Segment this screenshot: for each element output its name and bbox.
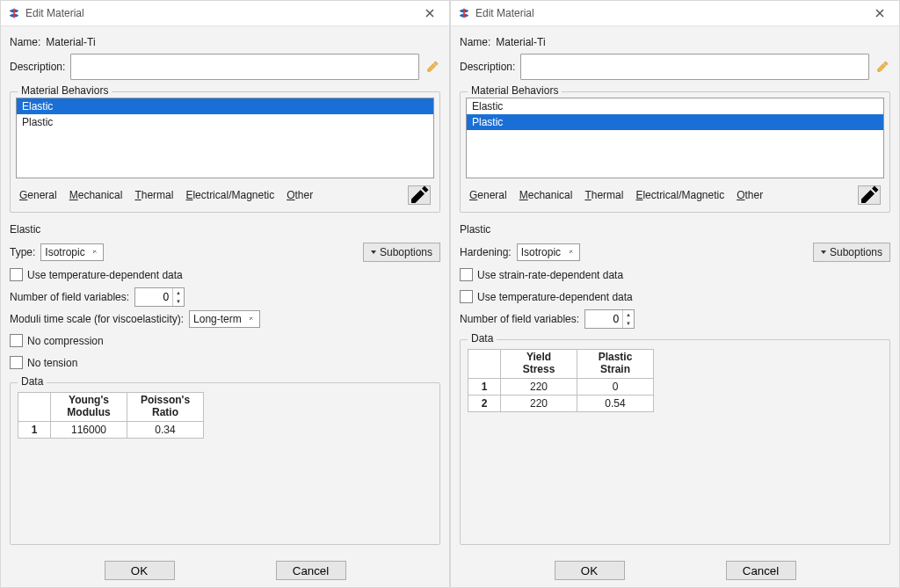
spinbox-input[interactable] [135,288,172,306]
spin-down-icon[interactable]: ▼ [173,297,184,306]
checkbox-label: Use temperature-dependent data [477,291,633,303]
row-number: 2 [468,395,501,411]
data-legend: Data [18,375,47,388]
description-label: Description: [460,61,515,73]
checkbox-label: Use temperature-dependent data [27,269,183,281]
edit-description-icon[interactable] [875,59,890,75]
field-label: Moduli time scale (for viscoelasticity): [10,313,184,325]
checkbox[interactable]: Use strain-rate-dependent data [460,268,623,281]
checkbox-label: No tension [27,357,77,369]
section-heading: Elastic [10,223,440,236]
checkbox[interactable]: Use temperature-dependent data [10,268,183,281]
description-input[interactable] [70,54,419,80]
description-label: Description: [10,61,65,73]
menu-other[interactable]: Other [287,189,313,201]
combo-modulitimescaleforviscoelasticity[interactable]: Long-term [189,310,260,328]
dialog-body: Name:Material-TiDescription:Material Beh… [451,26,899,554]
edit-behavior-icon[interactable] [858,185,881,205]
behavior-item[interactable]: Plastic [467,114,883,130]
behavior-menu: GeneralMechanicalThermalElectrical/Magne… [16,184,434,207]
cell[interactable]: 220 [501,395,577,411]
app-icon [458,7,470,19]
behavior-item[interactable]: Elastic [467,98,883,114]
spin-up-icon[interactable]: ▲ [623,310,634,319]
menu-mechanical[interactable]: Mechanical [69,189,123,201]
checkbox[interactable]: No tension [10,356,77,369]
checkbox-box[interactable] [460,268,473,281]
checkbox-label: No compression [27,335,104,347]
menu-general[interactable]: General [469,189,507,201]
close-icon[interactable] [867,4,892,22]
close-icon[interactable] [417,4,442,22]
cell[interactable]: 0.34 [127,421,204,438]
column-header: Young'sModulus [51,393,127,422]
material-behaviors-legend: Material Behaviors [468,84,562,97]
description-input[interactable] [520,54,869,80]
table-row[interactable]: 22200.54 [468,395,654,411]
behaviors-list[interactable]: ElasticPlastic [16,98,434,178]
data-table[interactable]: Young'sModulusPoisson'sRatio11160000.34 [18,392,204,439]
menu-thermal[interactable]: Thermal [134,189,173,201]
table-row[interactable]: 12200 [468,378,654,395]
spinbox-input[interactable] [585,310,622,328]
behavior-menu: GeneralMechanicalThermalElectrical/Magne… [466,184,884,207]
behaviors-list[interactable]: ElasticPlastic [466,98,884,178]
menu-electricalmagnetic[interactable]: Electrical/Magnetic [635,189,724,201]
checkbox-box[interactable] [460,290,473,303]
dialog-body: Name:Material-TiDescription:Material Beh… [1,26,449,554]
data-table[interactable]: YieldStressPlasticStrain1220022200.54 [468,349,654,412]
triangle-down-icon [821,250,826,254]
data-group: DataYieldStressPlasticStrain1220022200.5… [460,339,890,545]
menu-mechanical[interactable]: Mechanical [519,189,573,201]
checkbox[interactable]: Use temperature-dependent data [460,290,633,303]
app-icon [8,7,20,19]
window-title: Edit Material [475,7,867,19]
edit-material-dialog: Edit MaterialName:Material-TiDescription… [450,0,900,588]
checkbox-box[interactable] [10,334,23,347]
field-label: Number of field variables: [10,291,129,303]
row-number: 1 [468,378,501,395]
spinbox[interactable]: ▲▼ [584,309,635,329]
suboptions-button[interactable]: Suboptions [813,243,890,262]
cancel-button[interactable]: Cancel [726,561,796,580]
spinbox[interactable]: ▲▼ [134,287,185,307]
column-header: Poisson'sRatio [127,393,204,422]
titlebar: Edit Material [451,1,899,26]
checkbox[interactable]: No compression [10,334,104,347]
combo-hardening[interactable]: Isotropic [517,243,580,261]
cell[interactable]: 0.54 [577,395,654,411]
section-controls: Hardening:IsotropicSuboptionsUse strain-… [460,239,890,332]
edit-description-icon[interactable] [425,59,440,75]
menu-electricalmagnetic[interactable]: Electrical/Magnetic [185,189,274,201]
combo-type[interactable]: Isotropic [40,243,104,261]
cell[interactable]: 116000 [51,421,127,438]
material-behaviors-group: Material BehaviorsElasticPlasticGeneralM… [460,91,890,213]
suboptions-button[interactable]: Suboptions [363,243,440,262]
spin-down-icon[interactable]: ▼ [623,319,634,328]
data-group: DataYoung'sModulusPoisson'sRatio11160000… [10,382,440,545]
ok-button[interactable]: OK [105,561,175,580]
name-label: Name: [460,36,490,48]
menu-other[interactable]: Other [737,189,763,201]
ok-button[interactable]: OK [555,561,625,580]
cell[interactable]: 0 [577,378,654,395]
cancel-button[interactable]: Cancel [276,561,346,580]
checkbox-box[interactable] [10,356,23,369]
field-label: Hardening: [460,246,512,258]
edit-behavior-icon[interactable] [408,185,431,205]
button-bar: OKCancel [451,554,899,587]
material-behaviors-legend: Material Behaviors [18,84,112,97]
behavior-item[interactable]: Plastic [17,114,433,130]
menu-thermal[interactable]: Thermal [584,189,623,201]
name-label: Name: [10,36,40,48]
behavior-item[interactable]: Elastic [17,98,433,114]
spin-up-icon[interactable]: ▲ [173,288,184,297]
table-row[interactable]: 11160000.34 [18,421,204,438]
field-label: Type: [10,246,35,258]
svg-rect-1 [463,9,465,18]
row-number: 1 [18,421,51,438]
menu-general[interactable]: General [19,189,57,201]
button-bar: OKCancel [1,554,449,587]
checkbox-box[interactable] [10,268,23,281]
cell[interactable]: 220 [501,378,577,395]
